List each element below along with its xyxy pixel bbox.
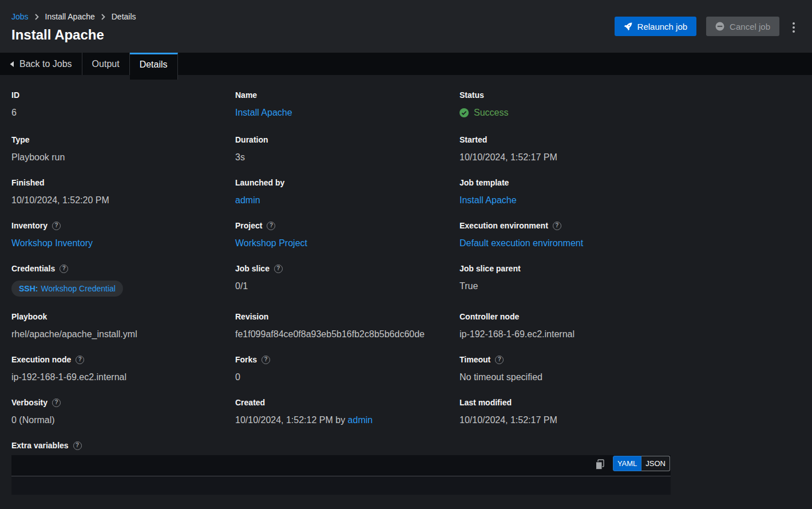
- breadcrumb-current: Details: [112, 12, 136, 21]
- question-circle-icon[interactable]: [553, 222, 561, 230]
- detail-value-link[interactable]: Install Apache: [460, 195, 517, 205]
- tab-details[interactable]: Details: [130, 53, 178, 80]
- detail-label: Verbosity: [11, 398, 235, 407]
- detail-value: 10/10/2024, 1:52:20 PM: [11, 195, 235, 206]
- detail-item-name: NameInstall Apache: [235, 90, 460, 120]
- kebab-menu-icon[interactable]: [789, 19, 798, 36]
- detail-label: Execution node: [11, 355, 235, 364]
- detail-value-text: 10/10/2024, 1:52:12 PM by: [235, 415, 348, 425]
- detail-item-duration: Duration3s: [235, 135, 460, 163]
- detail-value: rhel/apache/apache_install.yml: [11, 329, 235, 340]
- question-circle-icon[interactable]: [274, 265, 283, 273]
- breadcrumb-jobs-link[interactable]: Jobs: [11, 12, 29, 21]
- detail-label: Job template: [460, 178, 798, 187]
- detail-label-text: Type: [11, 135, 30, 144]
- detail-label-text: Execution node: [11, 355, 71, 364]
- json-button[interactable]: JSON: [641, 456, 670, 471]
- detail-label: Name: [235, 90, 460, 100]
- detail-label: Revision: [235, 312, 460, 321]
- detail-item-created: Created10/10/2024, 1:52:12 PM by admin: [235, 398, 460, 425]
- detail-value: Workshop Project: [235, 238, 460, 248]
- detail-item-project: ProjectWorkshop Project: [235, 221, 460, 248]
- detail-value-link[interactable]: Install Apache: [235, 108, 292, 117]
- detail-item-verbosity: Verbosity0 (Normal): [11, 398, 235, 425]
- cancel-job-label: Cancel job: [730, 22, 770, 31]
- detail-item-revision: Revisionfe1f099af84ce0f8a93eb5b16fb2c8b5…: [235, 312, 460, 340]
- detail-item-launched-by: Launched byadmin: [235, 178, 460, 206]
- angle-right-icon: [101, 14, 105, 20]
- detail-label: Credentials: [11, 264, 235, 273]
- detail-label: Status: [460, 90, 798, 100]
- detail-item-controller-node: Controller nodeip-192-168-1-69.ec2.inter…: [460, 312, 798, 340]
- detail-label: Playbook: [11, 312, 235, 321]
- detail-value: admin: [235, 195, 460, 206]
- detail-value-link[interactable]: Workshop Project: [235, 238, 307, 248]
- detail-label: Duration: [235, 135, 460, 144]
- tab-label: Output: [92, 59, 120, 69]
- detail-item-job-slice-parent: Job slice parentTrue: [460, 264, 798, 297]
- detail-value: Workshop Inventory: [11, 238, 235, 248]
- detail-label: Finished: [11, 178, 235, 187]
- detail-item-last-modified: Last modified10/10/2024, 1:52:17 PM: [460, 398, 798, 425]
- detail-value-link[interactable]: admin: [235, 195, 260, 205]
- detail-value: ip-192-168-1-69.ec2.internal: [11, 372, 235, 382]
- breadcrumb-job-name: Install Apache: [45, 12, 95, 21]
- question-circle-icon[interactable]: [73, 441, 82, 450]
- extra-variables-section: Extra variables YAML JSON: [11, 441, 798, 495]
- cancel-job-button[interactable]: Cancel job: [706, 17, 779, 36]
- credential-kind: SSH:: [19, 283, 38, 294]
- detail-value: Install Apache: [460, 195, 798, 206]
- check-circle-icon: [460, 108, 469, 117]
- code-editor-content[interactable]: [11, 476, 671, 495]
- credential-chip[interactable]: SSH:Workshop Credential: [11, 281, 123, 297]
- detail-item-finished: Finished10/10/2024, 1:52:20 PM: [11, 178, 235, 206]
- detail-label: Last modified: [460, 398, 798, 407]
- relaunch-job-button[interactable]: Relaunch job: [615, 17, 697, 36]
- detail-label: Type: [11, 135, 235, 144]
- detail-label: Project: [235, 221, 460, 230]
- yaml-button[interactable]: YAML: [613, 456, 641, 471]
- details-grid: ID6NameInstall ApacheStatusSuccessTypePl…: [11, 90, 798, 441]
- detail-value: 10/10/2024, 1:52:12 PM by admin: [235, 415, 460, 425]
- detail-item-execution-environment: Execution environmentDefault execution e…: [460, 221, 798, 248]
- tab-back-to-jobs[interactable]: Back to Jobs: [0, 53, 82, 75]
- detail-value: ip-192-168-1-69.ec2.internal: [460, 329, 798, 340]
- minus-circle-icon: [715, 22, 724, 31]
- detail-label-text: Duration: [235, 135, 268, 144]
- detail-value: 0 (Normal): [11, 415, 235, 425]
- detail-label-text: ID: [11, 90, 19, 100]
- detail-label-text: Status: [460, 90, 484, 100]
- detail-label-text: Started: [460, 135, 487, 144]
- question-circle-icon[interactable]: [262, 356, 270, 364]
- detail-value: 10/10/2024, 1:52:17 PM: [460, 415, 798, 425]
- detail-label-text: Revision: [235, 312, 268, 321]
- detail-value: 3s: [235, 152, 460, 163]
- detail-value-link[interactable]: Workshop Inventory: [11, 238, 93, 248]
- detail-label-text: Project: [235, 221, 262, 230]
- question-circle-icon[interactable]: [52, 398, 61, 407]
- detail-label: Job slice parent: [460, 264, 798, 273]
- copy-icon[interactable]: [595, 459, 605, 470]
- detail-item-timeout: TimeoutNo timeout specified: [460, 355, 798, 382]
- detail-value: 0/1: [235, 281, 460, 291]
- detail-label: ID: [11, 90, 235, 100]
- question-circle-icon[interactable]: [60, 265, 68, 273]
- detail-item-id: ID6: [11, 90, 235, 120]
- detail-item-status: StatusSuccess: [460, 90, 798, 120]
- job-details-panel: ID6NameInstall ApacheStatusSuccessTypePl…: [0, 75, 812, 495]
- detail-label-text: Inventory: [11, 221, 47, 230]
- detail-value: Install Apache: [235, 107, 460, 118]
- detail-label-text: Credentials: [11, 264, 55, 273]
- detail-value-link[interactable]: admin: [348, 415, 373, 425]
- detail-value-link[interactable]: Default execution environment: [460, 238, 583, 248]
- question-circle-icon[interactable]: [76, 356, 84, 364]
- question-circle-icon[interactable]: [52, 222, 61, 230]
- question-circle-icon[interactable]: [267, 222, 275, 230]
- detail-label: Forks: [235, 355, 460, 364]
- detail-value: Success: [460, 107, 508, 118]
- relaunch-job-label: Relaunch job: [637, 22, 688, 31]
- tab-output[interactable]: Output: [82, 53, 130, 75]
- detail-label: Extra variables: [11, 441, 798, 450]
- question-circle-icon[interactable]: [495, 356, 504, 364]
- detail-item-execution-node: Execution nodeip-192-168-1-69.ec2.intern…: [11, 355, 235, 382]
